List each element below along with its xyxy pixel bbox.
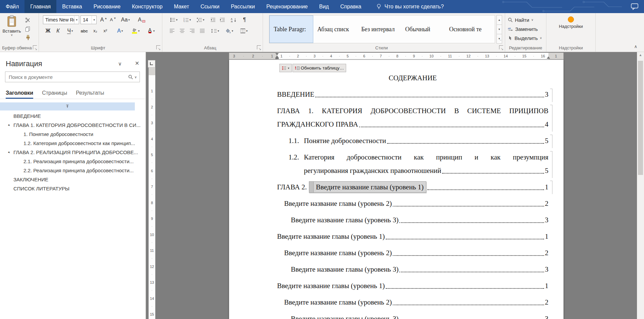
search-input[interactable]	[5, 74, 128, 80]
toc-entry[interactable]: ГЛАВА 1. КАТЕГОРИЯ ДОБРОСОВЕСТНОСТИ В СИ…	[277, 104, 548, 131]
change-case-button[interactable]: Аа▾	[119, 15, 132, 24]
collapse-ribbon-icon[interactable]: ∧	[634, 44, 637, 49]
text-effects-button[interactable]: А▾	[114, 27, 126, 35]
style-item[interactable]: Без интервал	[357, 15, 401, 43]
collapse-arrow-icon[interactable]: ▾	[5, 148, 13, 156]
toc-entry[interactable]: ВВЕДЕНИЕ3	[277, 88, 548, 101]
align-left-button[interactable]	[168, 27, 176, 35]
numbering-button[interactable]: 123▾	[181, 15, 193, 24]
addins-button[interactable]: Надстройки	[557, 16, 584, 43]
dialog-launcher-icon[interactable]	[156, 45, 160, 49]
subscript-button[interactable]: х₂	[91, 27, 100, 35]
dialog-launcher-icon[interactable]	[257, 45, 261, 49]
nav-heading-item[interactable]: ▾ГЛАВА 1. КАТЕГОРИЯ ДОБРОСОВЕСТНОСТИ В С…	[0, 121, 146, 130]
gallery-scroll-up-button[interactable]: ▲	[496, 15, 502, 25]
shading-button[interactable]: ▾	[223, 27, 235, 35]
content-control-handle-icon[interactable]	[309, 182, 314, 192]
dialog-launcher-icon[interactable]	[499, 45, 503, 49]
nav-heading-item[interactable]: ВВЕДЕНИЕ	[0, 111, 146, 121]
find-button[interactable]: Найти∨	[508, 16, 533, 24]
grow-font-button[interactable]: А▲	[99, 15, 108, 24]
align-right-button[interactable]	[188, 27, 197, 35]
content-control-placeholder[interactable]: Введите название главы (уровень 1)	[309, 181, 426, 193]
left-indent-marker[interactable]	[275, 58, 279, 59]
chevron-down-icon[interactable]: ▾	[92, 16, 96, 24]
style-item[interactable]: Обычный	[401, 15, 445, 43]
ribbon-tab-Вид[interactable]: Вид	[314, 0, 335, 13]
toc-entry[interactable]: Введите название главы (уровень 3)3	[277, 312, 548, 319]
tell-me-search[interactable]: Что вы хотите сделать?	[376, 0, 444, 13]
multilevel-list-button[interactable]: ▾	[195, 15, 207, 24]
gallery-more-button[interactable]: ▼̲	[496, 34, 502, 44]
toc-entry[interactable]: Введите название главы (уровень 3)3	[277, 213, 548, 227]
paste-button[interactable]: Вставить ∨	[2, 15, 21, 45]
close-icon[interactable]: ✕	[135, 60, 139, 66]
copy-button[interactable]	[23, 25, 33, 33]
show-paragraph-marks-button[interactable]: ¶	[240, 15, 249, 24]
toc-entry[interactable]: ГЛАВА 2.Введите название главы (уровень …	[277, 180, 548, 194]
ribbon-tab-Справка[interactable]: Справка	[334, 0, 367, 13]
scroll-up-icon[interactable]: ▲	[637, 53, 644, 57]
borders-button[interactable]: ▾	[237, 27, 250, 35]
select-button[interactable]: Выделить∨	[508, 34, 542, 42]
ribbon-tab-Рассылки[interactable]: Рассылки	[225, 0, 261, 13]
nav-heading-item-selected[interactable]: Ŧ	[0, 102, 135, 110]
tab-stop-selector[interactable]	[148, 60, 155, 67]
chevron-down-icon[interactable]: ∨	[133, 75, 140, 79]
chevron-down-icon[interactable]: ▾	[74, 16, 79, 24]
ribbon-tab-Главная[interactable]: Главная	[24, 0, 56, 13]
ribbon-tab-Ссылки[interactable]: Ссылки	[195, 0, 225, 13]
toc-entry[interactable]: Введите название главы (уровень 3)3	[277, 263, 548, 276]
nav-tab-Заголовки[interactable]: Заголовки	[6, 90, 33, 99]
nav-tab-Результаты[interactable]: Результаты	[76, 90, 104, 99]
search-icon[interactable]	[128, 75, 133, 80]
ribbon-tab-Рисование[interactable]: Рисование	[88, 0, 126, 13]
style-item[interactable]: Table Paragr:	[269, 15, 313, 43]
nav-heading-item[interactable]: 2.2. Реализация принципа добросовестност…	[0, 166, 146, 175]
update-table-button[interactable]: ! Обновить таблицу…	[292, 64, 346, 72]
right-indent-marker[interactable]	[547, 56, 550, 59]
justify-button[interactable]	[198, 27, 207, 35]
font-name-combo[interactable]: Times New Rom ▾	[43, 15, 79, 24]
sort-button[interactable]: АЯ	[229, 15, 239, 24]
nav-heading-item[interactable]: 1.2. Категория добросовестности как прин…	[0, 139, 146, 148]
font-color-button[interactable]: А ▾	[144, 27, 158, 35]
line-spacing-button[interactable]: ▾	[209, 27, 221, 35]
italic-button[interactable]: К	[54, 27, 62, 35]
first-line-indent-marker[interactable]	[275, 53, 279, 55]
highlight-color-button[interactable]: ▾	[129, 27, 142, 35]
increase-indent-button[interactable]	[218, 15, 227, 24]
toc-entry[interactable]: Введите название главы (уровень 2)2	[277, 197, 548, 210]
ribbon-tab-Вставка[interactable]: Вставка	[56, 0, 88, 13]
toc-entry[interactable]: 1.1.Понятие добросовестности5	[277, 134, 548, 147]
chevron-down-icon[interactable]: ∨	[118, 61, 122, 67]
nav-heading-item[interactable]: 2.1. Реализация принципа добросовестност…	[0, 157, 146, 166]
style-item[interactable]: Абзац списк	[313, 15, 357, 43]
dialog-launcher-icon[interactable]	[33, 45, 37, 49]
align-center-button[interactable]	[178, 27, 186, 35]
strikethrough-button[interactable]: abc	[78, 27, 90, 35]
nav-heading-item[interactable]: ▾ГЛАВА 2. РЕАЛИЗАЦИЯ ПРИНЦИПА ДОБРОСОВЕ.…	[0, 148, 146, 157]
bullets-button[interactable]: ▾	[168, 15, 180, 24]
nav-heading-item[interactable]: СПИСОК ЛИТЕРАТУРЫ	[0, 184, 146, 193]
nav-heading-item[interactable]: ЗАКЛЮЧЕНИЕ	[0, 175, 146, 184]
ribbon-tab-Конструктор[interactable]: Конструктор	[126, 0, 168, 13]
bold-button[interactable]: Ж	[44, 27, 52, 35]
format-painter-button[interactable]	[23, 33, 33, 42]
decrease-indent-button[interactable]	[209, 15, 217, 24]
clear-formatting-button[interactable]: А	[136, 15, 147, 24]
document-search-box[interactable]: ∨	[5, 72, 140, 82]
ribbon-tab-Макет[interactable]: Макет	[168, 0, 195, 13]
gallery-scroll-down-button[interactable]: ▼	[496, 25, 502, 34]
style-item[interactable]: Основной те	[445, 15, 489, 43]
replace-button[interactable]: ab Заменить	[508, 25, 538, 33]
toc-entry[interactable]: Введите название главы (уровень 2)2	[277, 246, 548, 260]
toc-entry[interactable]: Введите название главы (уровень 1)1	[277, 279, 548, 292]
nav-tab-Страницы[interactable]: Страницы	[42, 90, 67, 99]
scrollbar-thumb[interactable]	[638, 61, 643, 175]
toc-entry[interactable]: Введите название главы (уровень 1)1	[277, 230, 548, 243]
collapse-arrow-icon[interactable]: ▾	[5, 121, 13, 129]
nav-heading-item[interactable]: 1. Понятие добросовестности	[0, 130, 146, 139]
chat-bubble-icon[interactable]	[631, 3, 639, 11]
ribbon-tab-Файл[interactable]: Файл	[0, 0, 24, 13]
